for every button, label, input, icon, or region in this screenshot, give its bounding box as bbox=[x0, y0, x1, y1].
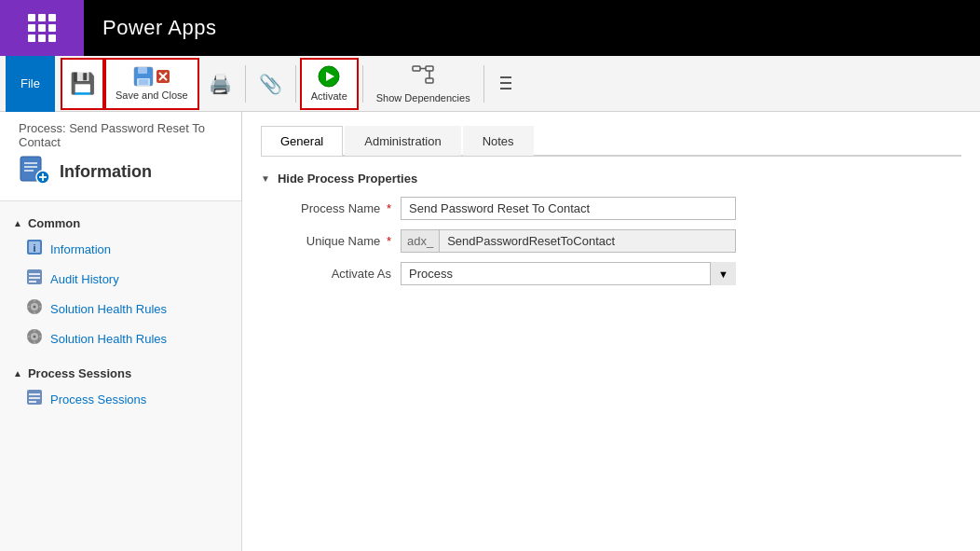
tab-notes[interactable]: Notes bbox=[463, 126, 534, 156]
save-close-svg bbox=[133, 66, 154, 87]
svg-point-33 bbox=[34, 306, 36, 309]
waffle-dot bbox=[38, 34, 46, 42]
svg-rect-3 bbox=[139, 79, 148, 85]
tabs-row: General Administration Notes bbox=[261, 125, 961, 157]
activate-as-label: Activate As bbox=[261, 267, 391, 281]
left-panel: Process: Send Password Reset To Contact bbox=[0, 112, 242, 551]
form-row-process-name: Process Name * bbox=[261, 197, 961, 220]
tab-general[interactable]: General bbox=[261, 126, 343, 156]
sidebar-item-process-sessions[interactable]: Process Sessions bbox=[0, 384, 241, 414]
sidebar: ▲ Common i Information bbox=[0, 201, 242, 551]
sidebar-item-process-sessions-label: Process Sessions bbox=[50, 393, 146, 406]
save-button[interactable]: 💾 bbox=[61, 58, 104, 110]
waffle-grid-icon bbox=[28, 14, 56, 42]
page-title-row: Information bbox=[19, 153, 223, 191]
waffle-menu[interactable] bbox=[0, 0, 84, 56]
print-button[interactable]: 🖨️ bbox=[199, 58, 241, 110]
sidebar-section-common: ▲ Common bbox=[0, 211, 241, 234]
svg-rect-29 bbox=[29, 277, 40, 279]
waffle-dot bbox=[48, 24, 56, 32]
waffle-dot bbox=[48, 34, 56, 42]
breadcrumb: Process: Send Password Reset To Contact bbox=[19, 121, 223, 149]
save-and-close-button[interactable]: Save and Close bbox=[104, 58, 199, 110]
svg-rect-46 bbox=[29, 393, 40, 395]
svg-text:i: i bbox=[33, 242, 35, 254]
svg-rect-19 bbox=[24, 166, 37, 168]
unique-name-prefix: adx_ bbox=[401, 229, 439, 253]
svg-rect-1 bbox=[138, 67, 147, 74]
audit-icon bbox=[26, 269, 43, 289]
unique-name-field-wrap: adx_ bbox=[401, 229, 736, 253]
ribbon-separator bbox=[245, 65, 246, 103]
svg-rect-47 bbox=[29, 397, 40, 399]
ribbon: File 💾 Save and Close bbox=[0, 56, 980, 112]
save-icon: 💾 bbox=[70, 72, 95, 96]
svg-rect-10 bbox=[426, 66, 433, 71]
page-title: Information bbox=[60, 162, 152, 182]
svg-rect-30 bbox=[29, 281, 36, 282]
close-x-icon bbox=[156, 69, 170, 84]
waffle-dot bbox=[28, 14, 35, 21]
process-sessions-icon bbox=[26, 389, 43, 409]
show-dependencies-button[interactable]: Show Dependencies bbox=[367, 58, 480, 110]
process-sessions-header-label: Process Sessions bbox=[28, 366, 131, 380]
attach-button[interactable]: 📎 bbox=[250, 58, 292, 110]
svg-point-40 bbox=[34, 336, 36, 338]
process-name-required: * bbox=[387, 201, 391, 215]
svg-rect-9 bbox=[413, 66, 420, 71]
solution-health-icon-2 bbox=[26, 328, 43, 349]
show-deps-label: Show Dependencies bbox=[376, 92, 470, 103]
svg-rect-28 bbox=[29, 273, 40, 275]
activate-button[interactable]: Activate bbox=[300, 58, 359, 110]
activate-label: Activate bbox=[311, 90, 347, 102]
waffle-dot bbox=[38, 24, 46, 32]
page-icon bbox=[19, 153, 50, 191]
sidebar-section-process-sessions: ▲ Process Sessions bbox=[0, 361, 241, 384]
unique-name-input[interactable] bbox=[439, 229, 736, 253]
section-collapse-icon[interactable]: ▼ bbox=[261, 173, 270, 184]
process-sessions-triangle-icon: ▲ bbox=[13, 368, 22, 379]
app-title: Power Apps bbox=[84, 16, 216, 40]
sidebar-item-solution-health-1[interactable]: Solution Health Rules bbox=[0, 294, 241, 324]
ribbon-separator-4 bbox=[483, 65, 484, 103]
common-triangle-icon: ▲ bbox=[13, 218, 22, 228]
more-icon bbox=[497, 73, 514, 95]
process-name-label: Process Name * bbox=[261, 201, 391, 215]
attach-icon: 📎 bbox=[259, 73, 282, 95]
more-button[interactable] bbox=[488, 58, 524, 110]
tab-administration[interactable]: Administration bbox=[345, 126, 460, 156]
svg-rect-48 bbox=[29, 401, 36, 403]
sidebar-item-information-label: Information bbox=[50, 242, 111, 256]
activate-as-select[interactable]: Process Task Flow bbox=[401, 262, 736, 285]
page-header: Process: Send Password Reset To Contact bbox=[0, 112, 241, 201]
svg-rect-11 bbox=[426, 78, 433, 83]
sidebar-item-information[interactable]: i Information bbox=[0, 234, 241, 264]
ribbon-separator-2 bbox=[295, 65, 296, 103]
activate-as-select-wrap: Process Task Flow ▼ bbox=[401, 262, 736, 285]
form-row-activate-as: Activate As Process Task Flow ▼ bbox=[261, 262, 961, 285]
unique-name-required: * bbox=[387, 234, 391, 248]
save-close-icon bbox=[133, 66, 170, 87]
solution-health-icon-1 bbox=[26, 298, 43, 319]
main-content: Process: Send Password Reset To Contact bbox=[0, 112, 980, 551]
app-root: Power Apps File 💾 S bbox=[0, 0, 980, 551]
print-icon: 🖨️ bbox=[209, 73, 232, 95]
header-bar: Power Apps bbox=[0, 0, 980, 56]
show-deps-icon bbox=[412, 64, 434, 90]
waffle-dot bbox=[28, 34, 35, 42]
right-panel: General Administration Notes ▼ Hide Proc… bbox=[242, 112, 980, 551]
file-button[interactable]: File bbox=[6, 56, 55, 112]
svg-rect-18 bbox=[24, 162, 37, 164]
sidebar-item-audit-history[interactable]: Audit History bbox=[0, 264, 241, 294]
sidebar-item-audit-label: Audit History bbox=[50, 272, 119, 286]
form-section-header: ▼ Hide Process Properties bbox=[261, 172, 961, 186]
ribbon-separator-3 bbox=[362, 65, 363, 103]
process-name-input[interactable] bbox=[401, 197, 736, 220]
sidebar-item-solution-health-1-label: Solution Health Rules bbox=[50, 302, 167, 316]
sidebar-item-solution-health-2-label: Solution Health Rules bbox=[50, 332, 167, 346]
unique-name-label: Unique Name * bbox=[261, 234, 391, 248]
section-title: Hide Process Properties bbox=[278, 172, 417, 186]
waffle-dot bbox=[38, 14, 46, 21]
save-close-label: Save and Close bbox=[116, 90, 188, 101]
sidebar-item-solution-health-2[interactable]: Solution Health Rules bbox=[0, 324, 241, 353]
